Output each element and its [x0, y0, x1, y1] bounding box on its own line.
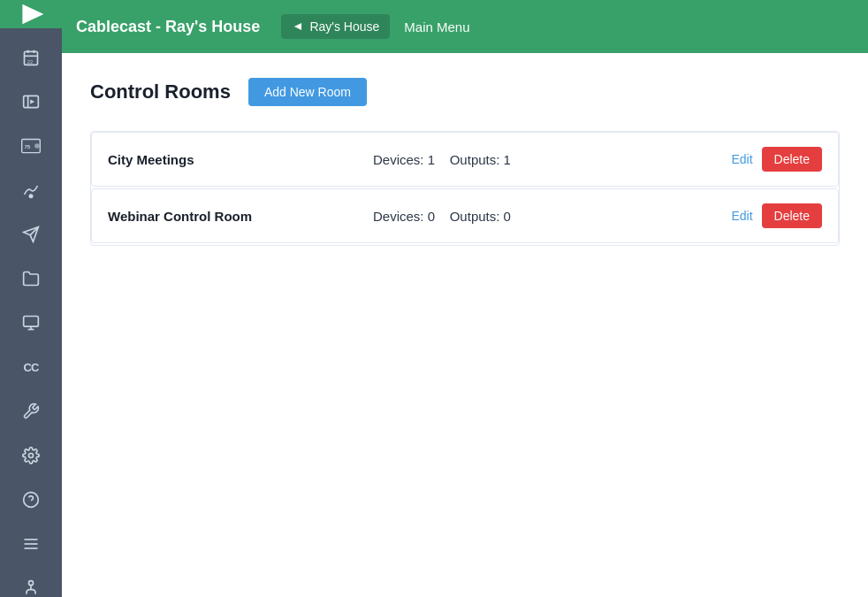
svg-text:75: 75 [24, 143, 30, 149]
sidebar-item-live[interactable] [0, 168, 62, 212]
sidebar-item-files[interactable] [0, 256, 62, 301]
sidebar-item-users[interactable] [0, 566, 62, 597]
sidebar-item-captions[interactable]: CC [0, 345, 62, 389]
location-label: Ray's House [309, 19, 379, 34]
delete-button[interactable]: Delete [762, 203, 822, 228]
room-name: City Meetings [108, 152, 373, 167]
content-header: Control Rooms Add New Room [90, 78, 840, 106]
rooms-list: City Meetings Devices: 1 Outputs: 1 Edit… [90, 131, 840, 246]
svg-point-18 [29, 454, 34, 458]
sidebar-item-schedule[interactable]: 22 [0, 35, 62, 80]
sidebar: 22 75 [0, 0, 62, 597]
svg-marker-27 [294, 23, 301, 30]
table-row: City Meetings Devices: 1 Outputs: 1 Edit… [91, 132, 839, 187]
room-actions: Edit Delete [731, 147, 822, 172]
sidebar-item-bulletin[interactable]: 75 [0, 124, 62, 168]
table-row: Webinar Control Room Devices: 0 Outputs:… [91, 188, 839, 243]
room-actions: Edit Delete [731, 203, 822, 228]
svg-rect-15 [24, 317, 39, 327]
outputs-count: Outputs: 1 [450, 152, 511, 167]
room-stats: Devices: 0 Outputs: 0 [373, 209, 731, 224]
page-title: Control Rooms [90, 80, 231, 103]
topbar: Cablecast - Ray's House Ray's House Main… [62, 0, 868, 53]
sidebar-item-monitor[interactable] [0, 301, 62, 345]
app-title: Cablecast - Ray's House [76, 18, 260, 36]
outputs-count: Outputs: 0 [450, 209, 511, 224]
sidebar-item-settings[interactable] [0, 433, 62, 478]
location-button[interactable]: Ray's House [281, 14, 390, 39]
sidebar-nav: 22 75 [0, 28, 62, 597]
devices-count: Devices: 0 [373, 209, 435, 224]
svg-point-11 [34, 143, 40, 149]
devices-count: Devices: 1 [373, 152, 435, 167]
delete-button[interactable]: Delete [762, 147, 822, 172]
svg-marker-0 [22, 4, 43, 24]
main-menu-link[interactable]: Main Menu [404, 19, 469, 34]
sidebar-item-help[interactable] [0, 478, 62, 522]
edit-button[interactable]: Edit [731, 152, 752, 166]
content-area: Control Rooms Add New Room City Meetings… [62, 53, 868, 597]
room-name: Webinar Control Room [108, 209, 373, 224]
edit-button[interactable]: Edit [731, 209, 752, 223]
svg-marker-8 [30, 100, 34, 104]
sidebar-item-publish[interactable] [0, 212, 62, 256]
svg-point-24 [29, 581, 34, 586]
room-stats: Devices: 1 Outputs: 1 [373, 152, 731, 167]
sidebar-item-shows[interactable] [0, 80, 62, 124]
main-content: Cablecast - Ray's House Ray's House Main… [62, 0, 868, 597]
sidebar-item-logs[interactable] [0, 522, 62, 566]
app-logo[interactable] [0, 0, 62, 28]
add-new-room-button[interactable]: Add New Room [248, 78, 367, 106]
svg-point-12 [29, 195, 32, 197]
sidebar-item-tools[interactable] [0, 389, 62, 433]
svg-text:22: 22 [27, 59, 33, 65]
